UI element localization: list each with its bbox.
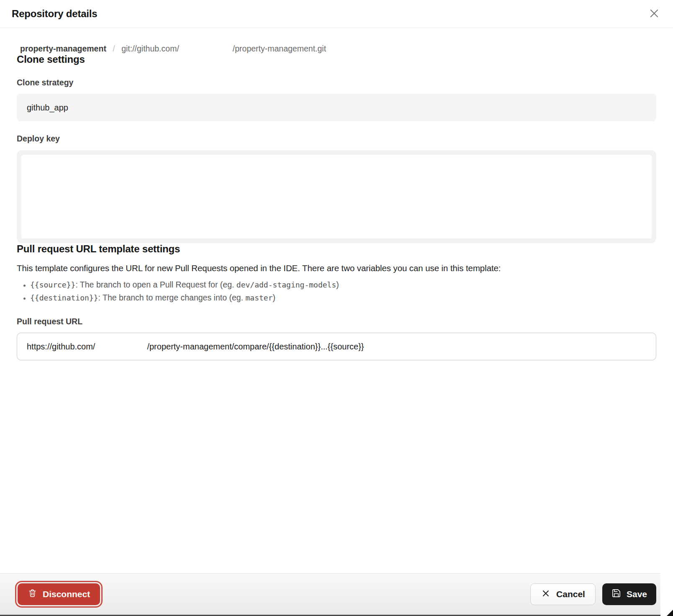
breadcrumb-url-prefix: git://github.com/ (121, 44, 179, 53)
pull-request-url-input[interactable]: https://github.com//property-management/… (17, 333, 656, 360)
pull-request-url-label: Pull request URL (17, 317, 656, 326)
destination-variable-code: {{destination}} (30, 293, 98, 302)
disconnect-button-label: Disconnect (43, 589, 90, 599)
list-item: {{source}}: The branch to open a Pull Re… (30, 278, 656, 291)
list-item: {{destination}}: The branch to merge cha… (30, 291, 656, 304)
x-icon (541, 588, 551, 601)
modal-footer: Disconnect Cancel S (0, 573, 673, 615)
url-value-suffix: /property-management/compare/{{destinati… (147, 342, 364, 352)
template-variable-list: {{source}}: The branch to open a Pull Re… (17, 278, 656, 304)
deploy-key-well (17, 150, 656, 243)
url-value-prefix: https://github.com/ (27, 342, 95, 352)
disconnect-button[interactable]: Disconnect (18, 583, 100, 605)
trash-icon (28, 588, 37, 600)
clone-strategy-label: Clone strategy (17, 78, 656, 87)
footer-actions: Cancel Save (530, 583, 656, 605)
breadcrumb-url-suffix: /property-management.git (233, 44, 326, 53)
source-variable-text-end: ) (336, 280, 339, 289)
close-icon (648, 7, 660, 21)
cancel-button[interactable]: Cancel (530, 583, 596, 605)
repository-details-modal: Repository details property-management /… (0, 0, 673, 360)
destination-variable-text-end: ) (273, 293, 276, 302)
floppy-disk-icon (611, 588, 621, 600)
source-variable-text: : The branch to open a Pull Request for … (75, 280, 236, 289)
cancel-button-label: Cancel (556, 589, 585, 599)
deploy-key-label: Deploy key (17, 134, 656, 144)
clone-strategy-field: github_app (17, 94, 656, 121)
page-title: Repository details (12, 8, 97, 20)
destination-variable-example: master (246, 293, 273, 302)
window-right-gutter (660, 573, 673, 615)
pr-template-heading: Pull request URL template settings (17, 243, 656, 255)
save-button[interactable]: Save (602, 583, 656, 605)
clone-settings-heading: Clone settings (17, 54, 656, 65)
redacted-org-name (179, 51, 233, 51)
source-variable-code: {{source}} (30, 280, 75, 289)
breadcrumb-repo-name: property-management (20, 44, 106, 53)
save-button-label: Save (627, 589, 647, 599)
destination-variable-text: : The branch to merge changes into (eg. (98, 293, 246, 302)
close-button[interactable] (647, 6, 661, 22)
modal-body: property-management / git://github.com//… (0, 44, 673, 360)
breadcrumb: property-management / git://github.com//… (17, 44, 656, 54)
redacted-org-name (95, 346, 147, 347)
pr-template-description: This template configures the URL for new… (17, 263, 656, 273)
breadcrumb-separator: / (113, 44, 115, 53)
clone-strategy-value: github_app (27, 103, 68, 113)
source-variable-example: dev/add-staging-models (236, 280, 336, 289)
deploy-key-textarea[interactable] (21, 155, 652, 239)
modal-header: Repository details (0, 0, 673, 28)
